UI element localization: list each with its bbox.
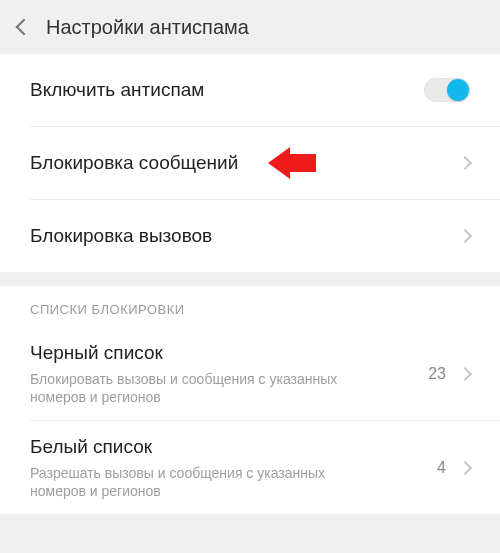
row-blacklist[interactable]: Черный список Блокировать вызовы и сообщ… <box>0 327 500 420</box>
section-header-blocklists: СПИСКИ БЛОКИРОВКИ <box>0 286 500 327</box>
page-title: Настройки антиспама <box>46 16 249 39</box>
row-content: Блокировка вызовов <box>30 210 460 263</box>
row-title: Блокировка сообщений <box>30 151 460 176</box>
row-right <box>424 78 470 102</box>
row-block-messages[interactable]: Блокировка сообщений <box>0 127 500 199</box>
row-right <box>460 231 470 241</box>
row-content: Включить антиспам <box>30 64 424 117</box>
row-subtitle: Блокировать вызовы и сообщения с указанн… <box>30 370 370 406</box>
row-block-calls[interactable]: Блокировка вызовов <box>0 200 500 272</box>
row-title: Включить антиспам <box>30 78 424 103</box>
blacklist-count: 23 <box>428 365 446 383</box>
row-enable-antispam[interactable]: Включить антиспам <box>0 54 500 126</box>
row-title: Черный список <box>30 341 428 366</box>
row-right: 4 <box>437 459 470 477</box>
antispam-toggle[interactable] <box>424 78 470 102</box>
row-right <box>460 158 470 168</box>
chevron-right-icon <box>458 229 472 243</box>
chevron-right-icon <box>458 156 472 170</box>
row-right: 23 <box>428 365 470 383</box>
row-title: Блокировка вызовов <box>30 224 460 249</box>
settings-panel-lists: СПИСКИ БЛОКИРОВКИ Черный список Блокиров… <box>0 286 500 514</box>
section-gap <box>0 272 500 286</box>
row-content: Блокировка сообщений <box>30 137 460 190</box>
app-header: Настройки антиспама <box>0 0 500 54</box>
chevron-right-icon <box>458 366 472 380</box>
row-whitelist[interactable]: Белый список Разрешать вызовы и сообщени… <box>0 421 500 514</box>
settings-panel-main: Включить антиспам Блокировка сообщений Б… <box>0 54 500 272</box>
row-content: Черный список Блокировать вызовы и сообщ… <box>30 327 428 420</box>
row-content: Белый список Разрешать вызовы и сообщени… <box>30 421 437 514</box>
back-icon[interactable] <box>16 19 33 36</box>
row-subtitle: Разрешать вызовы и сообщения с указанных… <box>30 464 370 500</box>
whitelist-count: 4 <box>437 459 446 477</box>
toggle-knob <box>447 79 469 101</box>
annotation-arrow-icon <box>268 147 316 179</box>
row-title: Белый список <box>30 435 437 460</box>
chevron-right-icon <box>458 461 472 475</box>
